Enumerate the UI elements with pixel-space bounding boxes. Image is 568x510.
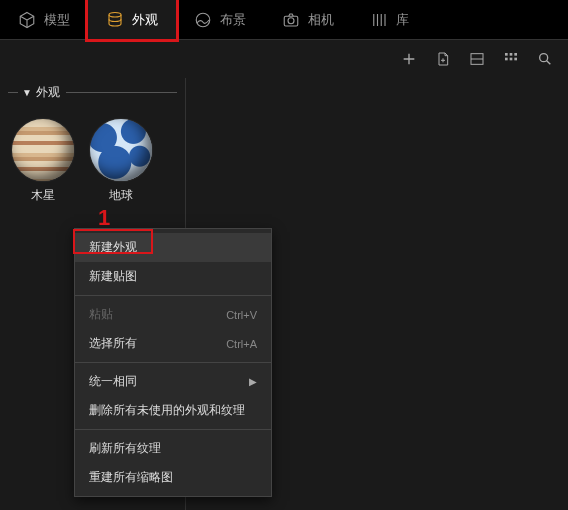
material-earth[interactable]: 地球 [90,119,152,204]
menu-paste: 粘贴 Ctrl+V [75,300,271,329]
tab-library[interactable]: 库 [352,0,427,39]
menu-separator [75,429,271,430]
menu-label: 重建所有缩略图 [89,469,173,486]
panel-title-label: 外观 [36,84,60,101]
grid-view-button[interactable] [502,50,520,68]
top-tabs: 模型 外观 布景 相机 库 [0,0,568,40]
menu-rebuild-thumbs[interactable]: 重建所有缩略图 [75,463,271,492]
search-button[interactable] [536,50,554,68]
camera-icon [282,11,300,29]
svg-rect-8 [505,58,508,61]
tab-model-label: 模型 [44,11,70,29]
menu-refresh-textures[interactable]: 刷新所有纹理 [75,434,271,463]
image-icon [194,11,212,29]
tab-layout-label: 布景 [220,11,246,29]
library-icon [370,11,388,29]
svg-rect-10 [514,58,517,61]
add-button[interactable] [400,50,418,68]
menu-label: 选择所有 [89,335,137,352]
svg-rect-7 [514,53,517,56]
svg-point-11 [540,54,548,62]
tab-model[interactable]: 模型 [0,0,88,39]
tab-camera[interactable]: 相机 [264,0,352,39]
svg-rect-6 [510,53,513,56]
tab-layout[interactable]: 布景 [176,0,264,39]
menu-new-appearance[interactable]: 新建外观 [75,233,271,262]
thumb-label: 木星 [31,187,55,204]
chevron-right-icon: ▶ [249,376,257,387]
menu-unify-same[interactable]: 统一相同 ▶ [75,367,271,396]
menu-delete-unused[interactable]: 删除所有未使用的外观和纹理 [75,396,271,425]
svg-point-0 [109,12,121,17]
tab-appearance-label: 外观 [132,11,158,29]
menu-select-all[interactable]: 选择所有 Ctrl+A [75,329,271,358]
menu-new-texture[interactable]: 新建贴图 [75,262,271,291]
thumbnail-grid: 木星 地球 [8,111,177,212]
menu-label: 刷新所有纹理 [89,440,161,457]
menu-separator [75,362,271,363]
thumb-label: 地球 [109,187,133,204]
sphere-preview-icon [90,119,152,181]
material-jupiter[interactable]: 木星 [12,119,74,204]
svg-rect-9 [510,58,513,61]
tab-appearance[interactable]: 外观 [85,0,179,42]
tab-camera-label: 相机 [308,11,334,29]
menu-shortcut: Ctrl+V [226,309,257,321]
sphere-preview-icon [12,119,74,181]
menu-shortcut: Ctrl+A [226,338,257,350]
menu-label: 删除所有未使用的外观和纹理 [89,402,245,419]
svg-point-3 [288,17,294,23]
new-file-button[interactable] [434,50,452,68]
tab-library-label: 库 [396,11,409,29]
list-view-button[interactable] [468,50,486,68]
database-icon [106,11,124,29]
toolbar [0,40,568,78]
panel-title[interactable]: ▼ 外观 [8,84,177,101]
menu-separator [75,295,271,296]
collapse-arrow-icon: ▼ [22,87,32,98]
svg-point-1 [196,13,210,27]
menu-label: 粘贴 [89,306,113,323]
annotation-step-number: 1 [98,205,110,231]
svg-rect-5 [505,53,508,56]
menu-label: 统一相同 [89,373,137,390]
context-menu: 新建外观 新建贴图 粘贴 Ctrl+V 选择所有 Ctrl+A 统一相同 ▶ 删… [74,228,272,497]
menu-label: 新建贴图 [89,268,137,285]
cube-icon [18,11,36,29]
menu-label: 新建外观 [89,239,137,256]
